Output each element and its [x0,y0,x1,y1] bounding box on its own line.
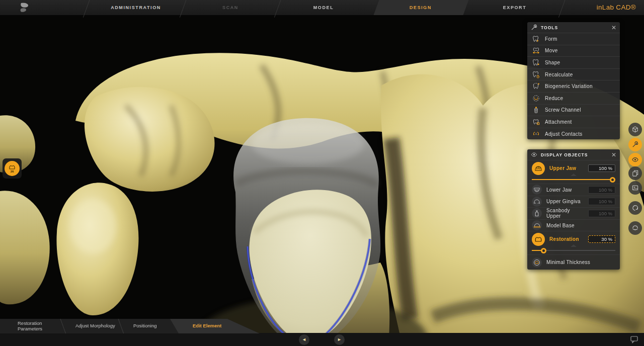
tools-toggle-button[interactable] [628,138,642,151]
feedback-bubble-icon[interactable] [630,335,638,343]
workflow-step-bar: Restoration Parameters Adjust Morphology… [0,319,262,333]
upper-gingiva-opacity-value[interactable]: 100 % [588,198,615,205]
screw-channel-icon [532,106,540,114]
tools-panel: TOOLS ✕ Form Move Shape [527,22,620,139]
top-navigation: ADMINISTRATION SCAN MODEL DESIGN EXPORT … [0,0,644,15]
tools-panel-header: TOOLS ✕ [527,22,620,33]
tool-item-attachment[interactable]: Attachment [527,116,620,128]
crown-icon [9,164,16,170]
slider-knob[interactable] [541,248,546,253]
nav-tab-design[interactable]: DESIGN [370,0,471,15]
adjust-contacts-icon [532,130,540,138]
tool-item-screw-channel[interactable]: Screw Channel [527,104,620,116]
display-item-label: Lower Jaw [546,187,584,193]
tooth-shape-icon [532,59,540,66]
step-edit-element[interactable]: Edit Element [193,319,238,333]
tool-item-label: Shape [545,60,560,65]
restoration-opacity-slider[interactable] [532,247,615,254]
snapshot-icon [631,184,639,192]
dentsply-sirona-logo [19,3,30,13]
display-panel-title: DISPLAY OBJECTS [541,152,608,157]
display-item-label: Minimal Thickness [546,260,615,265]
tool-item-label: Recalculate [545,72,573,77]
nav-tab-scan[interactable]: SCAN [180,0,281,15]
tool-item-shape[interactable]: Shape [527,56,620,68]
occlusal-view-icon [631,224,639,232]
slider-knob[interactable] [610,177,615,183]
tool-item-label: Biogeneric Variation [545,83,593,89]
display-item-minimal-thickness[interactable]: Minimal Thickness [527,254,620,270]
lower-jaw-opacity-value[interactable]: 100 % [588,186,615,194]
reset-view-icon [631,204,639,212]
tooth-number-tag: 26 [3,158,22,179]
wrench-icon [531,24,537,31]
upper-jaw-opacity-value[interactable]: 100 % [588,164,615,172]
reset-view-button[interactable] [628,201,642,215]
tooth-variation-icon [532,82,540,90]
occlusal-view-button[interactable] [628,221,642,235]
tool-item-form[interactable]: Form [527,33,620,45]
display-panel-header: DISPLAY OBJECTS ✕ [527,149,620,160]
tooth-number: 26 [11,170,14,173]
copy-view-icon [631,169,639,177]
display-item-label: Upper Jaw [549,165,584,171]
tool-item-adjust-contacts[interactable]: Adjust Contacts [527,128,620,140]
step-restoration-parameters[interactable]: Restoration Parameters [18,319,60,333]
display-item-lower-jaw[interactable]: Lower Jaw 100 % [527,184,620,196]
display-item-label: Model Base [546,223,615,228]
tool-item-reduce[interactable]: Reduce [527,92,620,104]
upper-jaw-opacity-slider[interactable] [532,176,615,184]
app-brand: inLab CAD® [597,0,636,15]
tool-item-label: Screw Channel [545,107,581,113]
display-objects-toggle-button[interactable] [628,153,642,166]
wrench-icon [631,141,639,148]
view-cube-button[interactable] [628,123,642,136]
scanbody-opacity-value[interactable]: 100 % [588,210,615,217]
scanbody-icon [532,208,542,218]
tool-item-recalculate[interactable]: Recalculate [527,68,620,80]
attachment-icon [532,118,540,126]
step-positioning[interactable]: Positioning [133,319,169,333]
minimal-thickness-icon [532,257,542,268]
model-base-icon [532,220,542,230]
tooth-move-icon [532,47,540,54]
step-adjust-morphology[interactable]: Adjust Morphology [75,319,116,333]
upper-jaw-icon [532,162,545,175]
tool-item-move[interactable]: Move [527,45,620,57]
eye-icon [531,151,537,158]
nav-tab-export[interactable]: EXPORT [464,0,565,15]
restoration-crown-icon [532,233,545,246]
display-objects-panel: DISPLAY OBJECTS ✕ Upper Jaw 100 % [527,149,620,270]
display-item-label: Scanbody Upper [546,208,584,219]
tools-panel-title: TOOLS [541,25,608,30]
tool-item-label: Move [545,48,558,53]
bottom-toolbar: ◄ ► [0,333,644,346]
next-step-button[interactable]: ► [334,334,345,345]
eye-icon [631,156,639,163]
lower-jaw-icon [532,185,542,195]
restoration-opacity-value[interactable]: 30 % [588,235,615,243]
display-item-model-base[interactable]: Model Base [527,219,620,231]
tooth-recalculate-icon [532,71,540,78]
nav-tab-model[interactable]: MODEL [273,0,374,15]
view-cube-icon [631,126,639,133]
tool-item-label: Form [545,36,557,42]
display-item-label: Upper Gingiva [546,199,584,204]
tool-item-biogeneric-variation[interactable]: Biogeneric Variation [527,80,620,92]
copy-view-button[interactable] [628,166,642,180]
tooth-form-cursor-icon [532,35,540,43]
close-icon[interactable]: ✕ [611,152,616,158]
close-icon[interactable]: ✕ [611,25,616,31]
tool-item-label: Attachment [545,119,572,125]
tool-item-label: Reduce [545,96,563,101]
tooth-reduce-icon [532,95,540,102]
tool-item-label: Adjust Contacts [545,131,583,137]
restoration-tooth-button[interactable]: 26 [5,161,20,176]
display-item-scanbody-upper[interactable]: Scanbody Upper 100 % [527,207,620,219]
upper-gingiva-icon [532,197,542,207]
nav-tab-administration[interactable]: ADMINISTRATION [86,0,186,15]
snapshot-button[interactable] [628,181,642,195]
previous-step-button[interactable]: ◄ [299,334,309,345]
display-item-label: Restoration [549,236,584,242]
display-item-upper-gingiva[interactable]: Upper Gingiva 100 % [527,196,620,208]
